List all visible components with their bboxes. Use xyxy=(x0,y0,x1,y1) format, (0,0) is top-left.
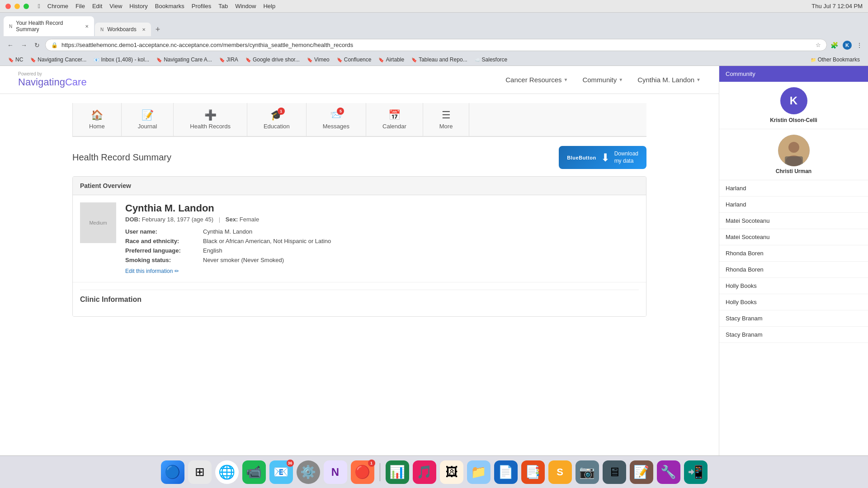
dock-launchpad[interactable]: ⊞ xyxy=(188,460,212,484)
mac-close-button[interactable] xyxy=(5,4,11,9)
bookmark-other[interactable]: 📁 Other Bookmarks xyxy=(808,56,863,64)
bookmark-navigating-care[interactable]: 🔖 Navigating Care A... xyxy=(154,56,215,64)
dock-preview[interactable]: 🖼 xyxy=(440,460,463,484)
mac-file-menu[interactable]: File xyxy=(75,3,85,9)
dock-app4[interactable]: 🖥 xyxy=(603,460,626,484)
calendar-icon: 📅 xyxy=(388,109,401,121)
community-nav[interactable]: Community ▼ xyxy=(582,76,623,84)
list-item[interactable]: Harland xyxy=(719,180,868,197)
new-tab-button[interactable]: + xyxy=(152,23,164,36)
back-button[interactable]: ← xyxy=(5,40,15,51)
dock-facetime[interactable]: 📹 xyxy=(242,460,266,484)
sex-value: Female xyxy=(240,216,259,223)
bookmark-nc[interactable]: 🔖 NC xyxy=(5,56,26,64)
mac-window-controls[interactable] xyxy=(5,4,29,9)
mac-maximize-button[interactable] xyxy=(24,4,29,9)
app-logo[interactable]: NavigatingCare xyxy=(18,76,87,88)
mac-bookmarks-menu[interactable]: Bookmarks xyxy=(155,3,184,9)
nav-education[interactable]: 1 🎓 Education xyxy=(247,103,307,136)
community-dropdown-icon: ▼ xyxy=(618,77,623,82)
list-item[interactable]: Rhonda Boren xyxy=(719,245,868,262)
mac-history-menu[interactable]: History xyxy=(129,3,147,9)
profile-icon[interactable]: K xyxy=(843,41,852,50)
dock-word[interactable]: 📄 xyxy=(494,460,518,484)
mac-chrome-menu[interactable]: Chrome xyxy=(47,3,68,9)
dock-app3[interactable]: 📷 xyxy=(576,460,599,484)
edit-info-link[interactable]: Edit this information ✏ xyxy=(125,268,179,274)
nav-home[interactable]: 🏠 Home xyxy=(72,103,122,136)
dock-music[interactable]: 🎵 xyxy=(413,460,436,484)
system-prefs-icon: ⚙️ xyxy=(300,465,316,479)
mac-profiles-menu[interactable]: Profiles xyxy=(192,3,211,9)
dock-mail[interactable]: 📧 36 xyxy=(269,460,293,484)
info-table: User name: Cynthia M. Landon Race and et… xyxy=(125,228,639,263)
browser-tab-bar: N Your Health Record Summary ✕ N Workboa… xyxy=(0,13,868,36)
dock-excel[interactable]: 📊 xyxy=(386,460,409,484)
mac-view-menu[interactable]: View xyxy=(109,3,122,9)
mac-help-menu[interactable]: Help xyxy=(263,3,275,9)
dock-navigating-n[interactable]: N xyxy=(324,460,347,484)
chat-item-name: Harland xyxy=(726,185,862,192)
browser-tab-health-records[interactable]: N Your Health Record Summary ✕ xyxy=(4,16,94,36)
url-input[interactable] xyxy=(61,42,812,48)
nav-calendar[interactable]: 📅 Calendar xyxy=(366,103,423,136)
bookmark-salesforce[interactable]: ☁️ Salesforce xyxy=(472,56,510,64)
list-item[interactable]: Rhonda Boren xyxy=(719,262,868,278)
list-item[interactable]: Holly Books xyxy=(719,294,868,310)
cancer-resources-nav[interactable]: Cancer Resources ▼ xyxy=(505,76,568,84)
bookmark-inbox[interactable]: 📧 Inbox (1,408) - kol... xyxy=(91,56,152,64)
kristin-name: Kristin Olson-Celli xyxy=(770,117,817,123)
list-item[interactable]: Matei Socoteanu xyxy=(719,213,868,229)
dock-system-prefs[interactable]: ⚙️ xyxy=(297,460,320,484)
bookmark-airtable[interactable]: 🔖 Airtable xyxy=(376,56,407,64)
list-item[interactable]: Stacy Branam xyxy=(719,310,868,327)
bookmark-confluence[interactable]: 🔖 Confluence xyxy=(334,56,374,64)
mac-menu-bar[interactable]:  Chrome File Edit View History Bookmark… xyxy=(38,3,275,9)
address-bar[interactable]: 🔒 ☆ xyxy=(45,39,827,51)
list-item[interactable]: Holly Books xyxy=(719,278,868,294)
dock-powerpoint[interactable]: 📑 xyxy=(521,460,545,484)
toolbar-icons: 🧩 K ⋮ xyxy=(830,41,863,50)
bookmark-icon-airtable: 🔖 xyxy=(378,57,384,62)
bookmark-jira[interactable]: 🔖 JIRA xyxy=(217,56,241,64)
username-value: Cynthia M. Landon xyxy=(203,228,639,235)
dock-chrome[interactable]: 🌐 xyxy=(215,460,239,484)
refresh-button[interactable]: ↻ xyxy=(33,40,42,51)
bookmark-star-icon[interactable]: ☆ xyxy=(816,42,821,48)
mac-minimize-button[interactable] xyxy=(14,4,20,9)
dock-files[interactable]: 📁 xyxy=(467,460,491,484)
forward-button[interactable]: → xyxy=(19,40,29,51)
blue-button-widget[interactable]: BlueButton ⬇ Download my data xyxy=(559,146,646,169)
page-content: Powered by NavigatingCare Cancer Resourc… xyxy=(0,66,719,455)
dock-app1[interactable]: 🔴 1 xyxy=(351,460,374,484)
bookmark-navigating-cancer[interactable]: 🔖 Navigating Cancer... xyxy=(28,56,89,64)
app7-icon: 📲 xyxy=(688,465,703,479)
community-label: Community xyxy=(582,76,617,84)
tab-close-2[interactable]: ✕ xyxy=(142,27,146,32)
more-label: More xyxy=(439,123,453,130)
bookmark-vimeo[interactable]: 🔖 Vimeo xyxy=(304,56,332,64)
browser-tab-workboards[interactable]: N Workboards ✕ xyxy=(95,23,151,36)
nav-journal[interactable]: 📝 Journal xyxy=(122,103,174,136)
dock-app7[interactable]: 📲 xyxy=(684,460,708,484)
bookmark-gdrive[interactable]: 🔖 Google drive shor... xyxy=(243,56,302,64)
dock-app5[interactable]: 📝 xyxy=(630,460,653,484)
mac-edit-menu[interactable]: Edit xyxy=(92,3,102,9)
list-item[interactable]: Stacy Branam xyxy=(719,327,868,343)
dock-app6[interactable]: 🔧 xyxy=(657,460,680,484)
bookmark-tableau[interactable]: 🔖 Tableau and Repo... xyxy=(409,56,470,64)
list-item[interactable]: Harland xyxy=(719,197,868,213)
nav-health-records[interactable]: ➕ Health Records xyxy=(174,103,247,136)
dock-finder[interactable]: 🔵 xyxy=(161,460,184,484)
list-item[interactable]: Matei Socoteanu xyxy=(719,229,868,245)
dock-app2[interactable]: S xyxy=(548,460,572,484)
user-nav[interactable]: Cynthia M. Landon ▼ xyxy=(637,76,701,84)
extensions-icon[interactable]: 🧩 xyxy=(830,42,838,49)
more-options-icon[interactable]: ⋮ xyxy=(856,42,863,49)
nav-more[interactable]: ☰ More xyxy=(423,103,470,136)
mac-apple-menu[interactable]:  xyxy=(38,3,40,9)
tab-close-1[interactable]: ✕ xyxy=(85,24,89,29)
mac-window-menu[interactable]: Window xyxy=(235,3,256,9)
mac-tab-menu[interactable]: Tab xyxy=(218,3,228,9)
nav-messages[interactable]: 5 📨 Messages xyxy=(307,103,366,136)
